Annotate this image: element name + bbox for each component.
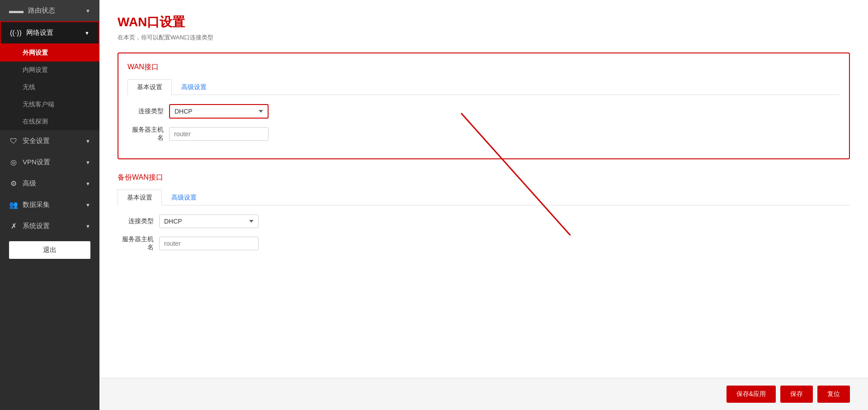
reset-button[interactable]: 复位	[817, 386, 850, 403]
sidebar-item-system-settings[interactable]: ✗ 系统设置 ▼	[0, 215, 99, 237]
sidebar-item-label: 数据采集	[23, 200, 50, 209]
sidebar-item-label: 高级	[23, 179, 36, 188]
backup-wan-server-hostname-input[interactable]	[159, 237, 259, 250]
wan-server-hostname-row: 服务器主机名	[127, 126, 840, 142]
chevron-down-icon: ▼	[85, 30, 90, 36]
sidebar: ▬▬ 路由状态 ▼ ((·)) 网络设置 ▼ 外网设置 内网设置 无线 无线客户…	[0, 0, 99, 410]
main-content: WAN口设置 在本页，你可以配置WAN口连接类型 WAN接口 基本设置 高级设置…	[99, 0, 868, 410]
sidebar-item-vpn-settings[interactable]: ◎ VPN设置 ▼	[0, 152, 99, 173]
backup-wan-title: 备份WAN接口	[118, 173, 850, 182]
footer: 保存&应用 保存 复位	[99, 378, 868, 410]
chevron-down-icon: ▼	[85, 138, 90, 144]
page-subtitle: 在本页，你可以配置WAN口连接类型	[118, 33, 850, 42]
vpn-icon: ◎	[9, 158, 18, 167]
logout-button[interactable]: 退出	[9, 241, 90, 259]
wan-connection-type-row: 连接类型 DHCP PPPoE 静态IP	[127, 104, 840, 119]
data-collection-icon: 👥	[9, 200, 18, 209]
sidebar-item-data-collection[interactable]: 👥 数据采集 ▼	[0, 194, 99, 215]
chevron-down-icon: ▼	[85, 224, 90, 229]
backup-wan-server-hostname-label: 服务器主机名	[118, 235, 154, 252]
wan-server-hostname-label: 服务器主机名	[127, 126, 164, 142]
sidebar-item-security-settings[interactable]: 🛡 安全设置 ▼	[0, 130, 99, 152]
network-submenu: 外网设置 内网设置 无线 无线客户端 在线探测	[0, 44, 99, 130]
wan-connection-type-label: 连接类型	[127, 107, 164, 115]
sidebar-item-network-settings[interactable]: ((·)) 网络设置 ▼	[0, 21, 99, 44]
sidebar-item-label: 安全设置	[23, 137, 50, 145]
wan-tabs: 基本设置 高级设置	[127, 79, 840, 95]
save-apply-button[interactable]: 保存&应用	[726, 386, 776, 403]
router-status-icon: ▬▬	[9, 7, 24, 15]
gear-icon: ⚙	[9, 179, 18, 188]
sidebar-item-advanced[interactable]: ⚙ 高级 ▼	[0, 173, 99, 194]
sidebar-item-label: 网络设置	[26, 29, 53, 37]
chevron-down-icon: ▼	[85, 202, 90, 208]
sidebar-item-wan-settings[interactable]: 外网设置	[0, 44, 99, 62]
wan-connection-type-select[interactable]: DHCP PPPoE 静态IP	[169, 104, 269, 119]
network-icon: ((·))	[10, 29, 22, 37]
chevron-down-icon: ▼	[85, 181, 90, 186]
backup-wan-connection-type-label: 连接类型	[118, 217, 154, 225]
sidebar-item-label: 路由状态	[28, 6, 55, 15]
sidebar-item-online-detect[interactable]: 在线探测	[0, 113, 99, 130]
sidebar-item-lan-settings[interactable]: 内网设置	[0, 62, 99, 79]
tab-wan-advanced[interactable]: 高级设置	[172, 79, 216, 95]
sidebar-item-wireless[interactable]: 无线	[0, 79, 99, 96]
content-area: WAN口设置 在本页，你可以配置WAN口连接类型 WAN接口 基本设置 高级设置…	[99, 0, 868, 378]
wan-interface-box: WAN接口 基本设置 高级设置 连接类型 DHCP PPPoE 静态IP 服务器…	[118, 52, 850, 159]
sidebar-item-wireless-client[interactable]: 无线客户端	[0, 96, 99, 113]
sidebar-item-label: VPN设置	[23, 158, 50, 167]
wan-interface-title: WAN接口	[127, 62, 840, 72]
wan-server-hostname-input[interactable]	[169, 127, 269, 141]
backup-wan-connection-type-row: 连接类型 DHCP PPPoE 静态IP	[118, 215, 850, 228]
backup-wan-tabs: 基本设置 高级设置	[118, 190, 850, 205]
sidebar-item-label: 系统设置	[23, 222, 50, 230]
backup-wan-section: 备份WAN接口 基本设置 高级设置 连接类型 DHCP PPPoE 静态IP 服…	[118, 173, 850, 252]
save-button[interactable]: 保存	[780, 386, 813, 403]
tab-backup-wan-basic[interactable]: 基本设置	[118, 190, 162, 205]
tab-backup-wan-advanced[interactable]: 高级设置	[162, 190, 206, 205]
backup-wan-connection-type-select[interactable]: DHCP PPPoE 静态IP	[159, 215, 259, 228]
shield-icon: 🛡	[9, 137, 18, 145]
chevron-down-icon: ▼	[85, 8, 90, 14]
chevron-down-icon: ▼	[85, 160, 90, 165]
tools-icon: ✗	[9, 222, 18, 230]
backup-wan-server-hostname-row: 服务器主机名	[118, 235, 850, 252]
sidebar-item-router-status[interactable]: ▬▬ 路由状态 ▼	[0, 0, 99, 21]
tab-wan-basic[interactable]: 基本设置	[127, 79, 172, 95]
page-title: WAN口设置	[118, 14, 850, 31]
